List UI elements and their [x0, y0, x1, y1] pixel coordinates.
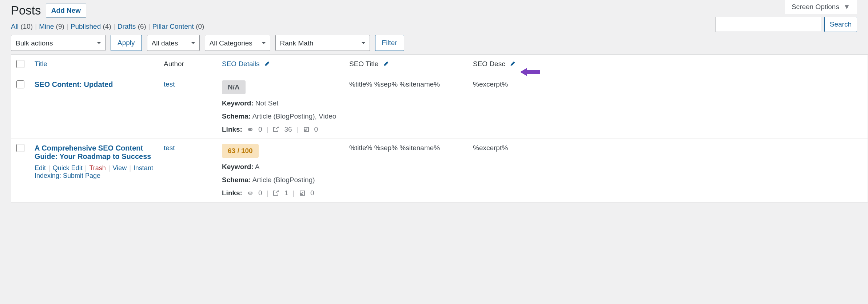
- view-filter-count: (4): [103, 23, 111, 30]
- categories-select[interactable]: All Categories: [205, 35, 270, 51]
- external-link-icon: [272, 189, 280, 197]
- arrow-left-icon: [520, 67, 540, 77]
- link-icon: [247, 126, 254, 133]
- view-filter-all[interactable]: All (10): [11, 23, 33, 30]
- column-author: Author: [164, 60, 184, 68]
- author-link[interactable]: test: [164, 144, 175, 152]
- screen-options-label: Screen Options: [792, 3, 839, 11]
- view-filter-count: (6): [138, 23, 146, 30]
- schema-value: Article (BlogPosting): [252, 176, 315, 184]
- view-filter-count: (0): [196, 23, 204, 30]
- trash-link[interactable]: Trash: [89, 164, 105, 172]
- author-link[interactable]: test: [164, 80, 175, 88]
- column-seo-desc: SEO Desc: [473, 60, 516, 68]
- schema-value: Article (BlogPosting), Video: [252, 112, 336, 120]
- column-seo-title: SEO Title: [349, 60, 389, 68]
- incoming-link-icon: [303, 126, 310, 133]
- row-actions: Edit | Quick Edit | Trash | View | Insta…: [35, 164, 154, 180]
- pencil-icon: [264, 60, 270, 67]
- keyword-label: Keyword:: [222, 163, 254, 171]
- schema-label: Schema:: [222, 112, 251, 120]
- keyword-label: Keyword:: [222, 99, 254, 107]
- external-link-icon: [272, 126, 280, 133]
- page-title: Posts: [11, 4, 41, 17]
- links-external: 36: [284, 125, 292, 133]
- seo-desc-value: %excerpt%: [473, 80, 508, 88]
- filter-button[interactable]: Filter: [375, 35, 404, 51]
- keyword-value: A: [255, 163, 260, 171]
- column-title[interactable]: Title: [35, 60, 47, 68]
- quick-edit-link[interactable]: Quick Edit: [53, 164, 83, 172]
- edit-link[interactable]: Edit: [35, 164, 46, 172]
- links-external: 1: [284, 189, 288, 197]
- apply-button[interactable]: Apply: [111, 35, 142, 51]
- seo-desc-value: %excerpt%: [473, 144, 508, 152]
- search-input[interactable]: [716, 17, 821, 32]
- seo-score-badge: N/A: [222, 80, 246, 94]
- add-new-button[interactable]: Add New: [46, 4, 86, 17]
- keyword-value: Not Set: [255, 99, 278, 107]
- pencil-icon[interactable]: [509, 60, 516, 67]
- view-filter-mine[interactable]: Mine (9): [39, 23, 64, 30]
- links-label: Links:: [222, 125, 242, 133]
- links-internal: 0: [258, 125, 262, 133]
- view-filter-drafts[interactable]: Drafts (6): [118, 23, 146, 30]
- view-filter-published[interactable]: Published (4): [71, 23, 111, 30]
- dates-select[interactable]: All dates: [147, 35, 200, 51]
- links-incoming: 0: [314, 125, 318, 133]
- seo-title-value: %title% %sep% %sitename%: [349, 144, 440, 152]
- chevron-down-icon: ▼: [843, 3, 850, 11]
- link-icon: [247, 189, 254, 197]
- row-title-link[interactable]: SEO Content: Updated: [35, 80, 113, 88]
- row-checkbox[interactable]: [16, 144, 24, 152]
- seo-title-value: %title% %sep% %sitename%: [349, 80, 440, 88]
- schema-label: Schema:: [222, 176, 251, 184]
- row-title-link[interactable]: A Comprehensive SEO Content Guide: Your …: [35, 144, 151, 160]
- links-incoming: 0: [310, 189, 314, 197]
- incoming-link-icon: [299, 189, 306, 197]
- view-filter-pillar-content[interactable]: Pillar Content (0): [152, 23, 204, 30]
- row-checkbox[interactable]: [16, 80, 24, 88]
- table-row: A Comprehensive SEO Content Guide: Your …: [11, 139, 868, 203]
- view-filter-count: (10): [20, 23, 33, 30]
- seo-score-badge: 63 / 100: [222, 144, 259, 158]
- search-button[interactable]: Search: [824, 17, 857, 32]
- links-label: Links:: [222, 189, 242, 197]
- table-row: SEO Content: UpdatedtestN/AKeyword: Not …: [11, 75, 868, 139]
- bulk-actions-select[interactable]: Bulk actions: [11, 35, 105, 51]
- rankmath-select[interactable]: Rank Math: [275, 35, 370, 51]
- view-link[interactable]: View: [112, 164, 127, 172]
- screen-options-toggle[interactable]: Screen Options ▼: [785, 0, 857, 14]
- column-seo-details[interactable]: SEO Details: [222, 60, 270, 68]
- pencil-icon[interactable]: [383, 60, 389, 67]
- select-all-checkbox[interactable]: [16, 60, 24, 68]
- links-internal: 0: [258, 189, 262, 197]
- view-filter-count: (9): [56, 23, 64, 30]
